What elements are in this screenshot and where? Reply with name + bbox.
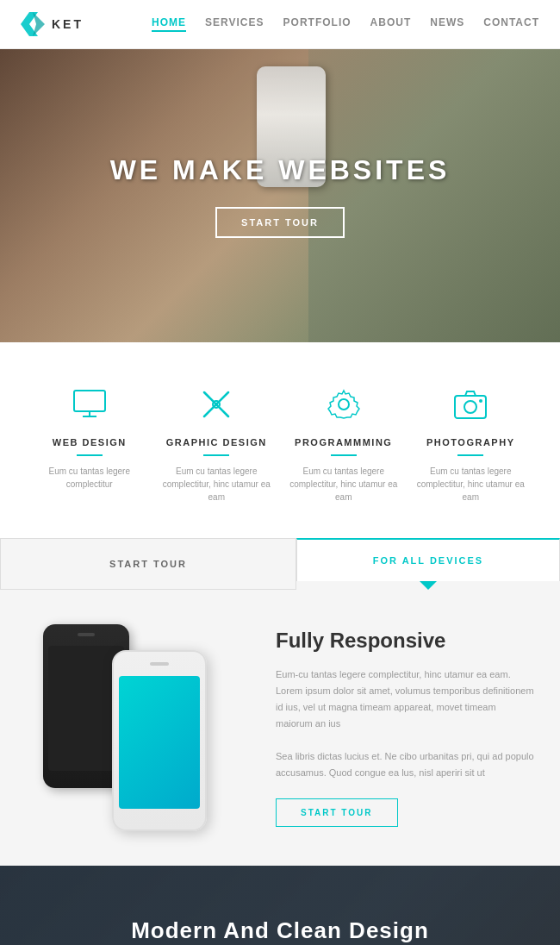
- service-web-design: WEB DESIGN Eum cu tantas legere complect…: [34, 385, 146, 491]
- service-programming-title: PROGRAMMMING: [288, 437, 400, 447]
- svg-point-13: [479, 399, 482, 403]
- tabs-section: START TOUR FOR ALL DEVICES Fully Respons…: [0, 538, 560, 866]
- svg-rect-2: [74, 391, 105, 411]
- tab-for-all-devices[interactable]: FOR ALL DEVICES: [296, 538, 560, 581]
- phone-mockups: [26, 624, 250, 831]
- nav-about[interactable]: ABOUT: [370, 16, 412, 32]
- service-graphic-design-underline: [203, 454, 229, 456]
- logo-icon: [21, 12, 45, 36]
- service-photography-desc: Eum cu tantas legere complectitur, hinc …: [414, 465, 526, 504]
- phone-screen: [119, 676, 200, 809]
- nav-services[interactable]: SERVICES: [205, 16, 264, 32]
- tabs-header: START TOUR FOR ALL DEVICES: [0, 538, 560, 590]
- dark-content: Modern And Clean Design Eum cu tantas le…: [26, 917, 534, 945]
- service-web-design-desc: Eum cu tantas legere complectitur: [34, 465, 146, 491]
- hero-content: WE MAKE WEBSITES START TOUR: [110, 154, 451, 238]
- nav-contact[interactable]: CONTACT: [483, 16, 539, 32]
- service-photography-title: PHOTOGRAPHY: [414, 437, 526, 447]
- responsive-content: Fully Responsive Eum-cu tantas legere co…: [276, 629, 534, 826]
- main-nav: HOME SERVICES PORTFOLIO ABOUT NEWS CONTA…: [152, 16, 539, 32]
- tools-icon: [160, 385, 272, 427]
- dark-section: Modern And Clean Design Eum cu tantas le…: [0, 866, 560, 945]
- service-photography-underline: [457, 454, 483, 456]
- services-section: WEB DESIGN Eum cu tantas legere complect…: [0, 342, 560, 538]
- tab-arrow: [420, 581, 437, 590]
- svg-line-8: [204, 392, 209, 397]
- responsive-cta-button[interactable]: START TOUR: [276, 798, 398, 827]
- tabs-content: Fully Responsive Eum-cu tantas legere co…: [0, 590, 560, 866]
- service-web-design-underline: [77, 454, 103, 456]
- responsive-title: Fully Responsive: [276, 629, 534, 653]
- service-programming-desc: Eum cu tantas legere complectitur, hinc …: [288, 465, 400, 504]
- gear-icon: [288, 385, 400, 427]
- camera-icon: [414, 385, 526, 427]
- service-programming: PROGRAMMMING Eum cu tantas legere comple…: [288, 385, 400, 504]
- service-web-design-title: WEB DESIGN: [34, 437, 146, 447]
- service-graphic-design-desc: Eum cu tantas legere complectitur, hinc …: [160, 465, 272, 504]
- monitor-icon: [34, 385, 146, 427]
- hero-title: WE MAKE WEBSITES: [110, 154, 451, 186]
- phone-white-mockup: [112, 650, 207, 831]
- site-header: KET HOME SERVICES PORTFOLIO ABOUT NEWS C…: [0, 0, 560, 49]
- nav-home[interactable]: HOME: [152, 16, 186, 32]
- logo[interactable]: KET: [21, 12, 84, 36]
- responsive-text-2: Sea libris dictas lucius et. Ne cibo urb…: [276, 748, 534, 780]
- nav-news[interactable]: NEWS: [430, 16, 464, 32]
- responsive-text-1: Eum-cu tantas legere complectitur, hinc …: [276, 667, 534, 731]
- svg-rect-11: [455, 396, 486, 418]
- logo-text: KET: [52, 17, 84, 31]
- svg-point-12: [464, 401, 476, 413]
- service-photography: PHOTOGRAPHY Eum cu tantas legere complec…: [414, 385, 526, 504]
- svg-line-9: [223, 411, 228, 416]
- svg-point-10: [339, 399, 349, 410]
- service-graphic-design: GRAPHIC DESIGN Eum cu tantas legere comp…: [160, 385, 272, 504]
- nav-portfolio[interactable]: PORTFOLIO: [283, 16, 352, 32]
- dark-section-title: Modern And Clean Design: [26, 917, 534, 944]
- hero-cta-button[interactable]: START TOUR: [215, 207, 345, 238]
- service-graphic-design-title: GRAPHIC DESIGN: [160, 437, 272, 447]
- service-programming-underline: [331, 454, 357, 456]
- svg-marker-1: [33, 12, 45, 36]
- tab-start-tour[interactable]: START TOUR: [0, 538, 296, 590]
- hero-section: WE MAKE WEBSITES START TOUR: [0, 49, 560, 342]
